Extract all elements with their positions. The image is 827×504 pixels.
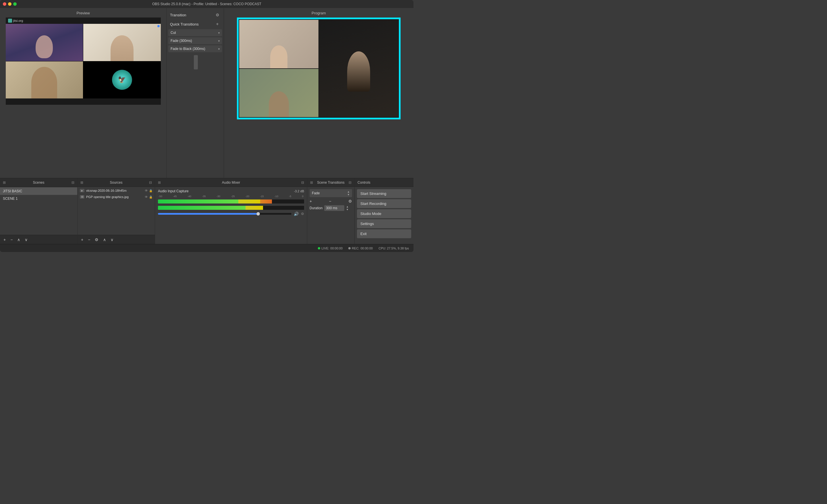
st-transition-value: Fade [312, 191, 320, 195]
program-video-inner [237, 17, 401, 119]
preview-panel: Preview jitsi.org [0, 8, 166, 178]
source-eye2-icon[interactable]: 👁 [145, 195, 148, 199]
source-pgp-actions: 👁 🔒 [145, 195, 152, 199]
meter-yellow [238, 199, 260, 203]
transition-item-fade[interactable]: Fade (300ms) ▾ [168, 37, 222, 44]
audio-panel-icon2: ⊟ [301, 181, 304, 185]
minimize-button[interactable] [8, 2, 11, 6]
volume-slider[interactable] [158, 213, 291, 215]
preview-label: Preview [77, 11, 90, 15]
scene-item-scene1[interactable]: SCENE 1 [0, 195, 77, 202]
sources-title: Sources [110, 181, 122, 185]
source-eye-icon[interactable]: 👁 [145, 189, 148, 192]
scenes-up-button[interactable]: ∧ [16, 237, 21, 243]
audio-meter [158, 199, 304, 203]
prog-cell-bottom-left [239, 69, 319, 117]
settings-button[interactable]: Settings [357, 219, 411, 228]
st-arrows: ▲ ▼ [347, 190, 350, 196]
live-label: LIVE: [321, 247, 329, 250]
source-item-vlc[interactable]: ▶ vlcsnap-2020-06-16-18h45m 👁 🔒 [78, 188, 155, 194]
scenes-title: Scenes [33, 181, 44, 185]
scenes-add-button[interactable]: + [2, 237, 7, 243]
meter-green-2 [158, 206, 246, 210]
scenes-remove-button[interactable]: − [9, 237, 14, 243]
st-remove-button[interactable]: − [329, 199, 331, 203]
top-section: Preview jitsi.org [0, 8, 414, 178]
cpu-status: CPU: 27.5%, 9.38 fps [379, 247, 409, 250]
st-add-button[interactable]: + [309, 199, 312, 203]
scene-item-jitsi[interactable]: JITSI BASIC [0, 188, 77, 195]
scenes-panel-header: ⊞ Scenes ⊟ [0, 178, 77, 187]
sources-settings-button[interactable]: ⚙ [94, 237, 100, 243]
quick-transitions-add-button[interactable]: + [214, 21, 220, 27]
preview-cell-top-right [83, 24, 161, 61]
studio-mode-button[interactable]: Studio Mode [357, 209, 411, 218]
st-settings-button[interactable]: ⚙ [348, 199, 352, 203]
scenes-footer: + − ∧ ∨ [0, 235, 77, 244]
audio-panel: ⊞ Audio Mixer ⊟ Audio Input Capture -3.2… [155, 178, 307, 244]
source-vlc-actions: 👁 🔒 [145, 189, 152, 192]
titlebar: OBS Studio 25.0.8 (mac) - Profile: Untit… [0, 0, 414, 8]
meter-labels: -50 -45 -40 -35 -30 -25 -20 -15 -10 -5 0 [158, 195, 304, 198]
source-lock-icon[interactable]: 🔒 [149, 189, 152, 192]
close-button[interactable] [3, 2, 6, 6]
sources-down-button[interactable]: ∨ [109, 237, 114, 243]
scene-transitions-header: ⊞ Scene Transitions ⊟ [307, 178, 354, 187]
transition-title: Transition [170, 13, 186, 17]
sources-footer: + − ⚙ ∧ ∨ [78, 235, 155, 244]
program-video [237, 17, 401, 119]
preview-topbar: jitsi.org [6, 17, 161, 24]
sources-add-button[interactable]: + [80, 237, 85, 243]
scenes-panel: ⊞ Scenes ⊟ JITSI BASIC SCENE 1 + − ∧ ∨ [0, 178, 78, 244]
maximize-button[interactable] [13, 2, 17, 6]
sources-panel: ⊞ Sources ⊟ ▶ vlcsnap-2020-06-16-18h45m … [78, 178, 155, 244]
st-transition-select[interactable]: Fade ▲ ▼ [309, 189, 352, 197]
transition-settings-button[interactable]: ⚙ [214, 12, 220, 18]
source-lock2-icon[interactable]: 🔒 [149, 195, 152, 199]
prog-cell-right [319, 20, 398, 117]
scenes-list[interactable]: JITSI BASIC SCENE 1 [0, 187, 77, 235]
meter-empty-2 [263, 206, 304, 210]
cpu-label: CPU: 27.5%, 9.38 fps [379, 247, 409, 250]
chevron-down-icon: ▾ [218, 39, 220, 43]
start-recording-button[interactable]: Start Recording [357, 199, 411, 208]
status-bar: LIVE: 00:00:00 REC: 00:00:00 CPU: 27.5%,… [0, 244, 414, 252]
controls-panel: Controls Start Streaming Start Recording… [355, 178, 414, 244]
volume-icon[interactable]: 🔊 [294, 211, 299, 216]
program-label: Program [311, 11, 326, 15]
audio-settings-icon[interactable]: ⚙ [301, 212, 304, 216]
preview-cell-bottom-right: 🦅 [83, 61, 161, 99]
source-item-pgp[interactable]: 🖼 PGP opening title graphics.jpg 👁 🔒 [78, 194, 155, 200]
volume-thumb[interactable] [256, 212, 260, 215]
live-dot [318, 247, 320, 249]
meter-empty [272, 199, 304, 203]
exit-button[interactable]: Exit [357, 229, 411, 238]
transition-item-fade-black[interactable]: Fade to Black (300ms) ▾ [168, 45, 222, 52]
audio-db-value: -3.2 dB [294, 190, 304, 193]
audio-title: Audio Mixer [222, 181, 240, 185]
st-duration-input[interactable] [324, 205, 344, 211]
blue-dot [157, 25, 160, 27]
scene-transitions-title: Scene Transitions [317, 181, 344, 185]
live-status: LIVE: 00:00:00 [318, 247, 343, 250]
st-duration-arrows[interactable]: ▲ ▼ [346, 205, 349, 211]
st-actions-row: + − ⚙ [309, 199, 352, 203]
bottom-section: ⊞ Scenes ⊟ JITSI BASIC SCENE 1 + − ∧ ∨ [0, 178, 414, 244]
audio-panel-header: ⊞ Audio Mixer ⊟ [155, 178, 307, 187]
meter-yellow-2 [246, 206, 263, 210]
preview-bottombar [6, 98, 161, 105]
preview-video[interactable]: jitsi.org [6, 17, 161, 105]
controls-title: Controls [357, 181, 371, 185]
st-duration-label: Duration [309, 206, 323, 210]
meter-green [158, 199, 238, 203]
program-panel: Program [224, 8, 414, 178]
window-controls[interactable] [3, 2, 17, 6]
sources-list[interactable]: ▶ vlcsnap-2020-06-16-18h45m 👁 🔒 🖼 PGP op… [78, 187, 155, 235]
transition-item-cut[interactable]: Cut ▾ [168, 29, 222, 36]
start-streaming-button[interactable]: Start Streaming [357, 189, 411, 198]
jitsi-label: jitsi.org [8, 19, 23, 23]
sources-remove-button[interactable]: − [87, 237, 91, 243]
scenes-down-button[interactable]: ∨ [23, 237, 29, 243]
window-title: OBS Studio 25.0.8 (mac) - Profile: Untit… [152, 2, 261, 6]
sources-up-button[interactable]: ∧ [102, 237, 107, 243]
